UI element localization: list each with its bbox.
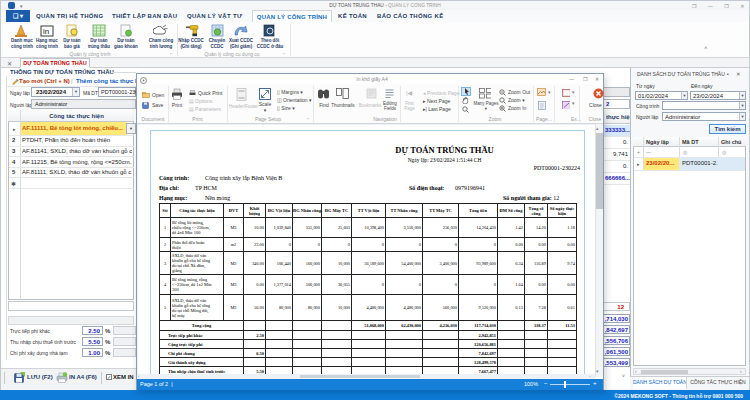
svg-text:in: in — [43, 27, 49, 36]
